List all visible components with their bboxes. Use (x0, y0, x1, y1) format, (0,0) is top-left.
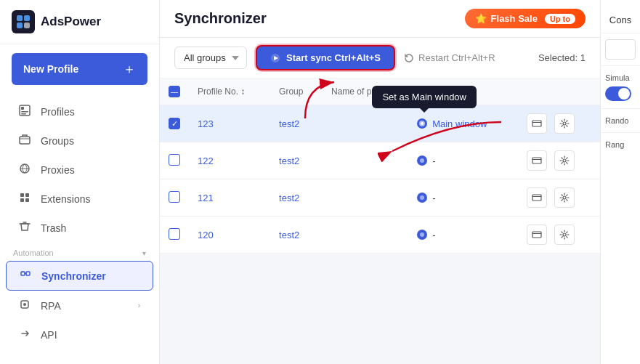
sidebar-item-extensions-label: Extensions (41, 193, 90, 205)
row-checkbox-1[interactable] (169, 118, 180, 129)
sidebar-item-profiles[interactable]: Profiles (6, 97, 153, 126)
right-panel-simula: Simula (601, 66, 640, 109)
sidebar-item-groups[interactable]: Groups (6, 126, 153, 155)
svg-rect-15 (26, 272, 30, 275)
restart-icon (404, 53, 414, 63)
window-icon-btn-3[interactable] (527, 187, 547, 208)
trash-icon (19, 221, 33, 235)
row-checkbox-2[interactable] (169, 154, 180, 166)
sidebar-item-groups-label: Groups (41, 135, 74, 147)
sidebar: AdsPower New Profile ＋ Profiles Groups P… (0, 0, 160, 364)
svg-rect-3 (24, 23, 30, 28)
cons-label: Cons (605, 15, 636, 25)
sync-play-icon (270, 53, 280, 63)
sidebar-item-api-label: API (41, 329, 57, 341)
simula-toggle[interactable] (605, 86, 631, 101)
start-sync-button[interactable]: Start sync Ctrl+Alt+S (256, 45, 395, 70)
window-icon-btn-4[interactable] (527, 225, 547, 245)
rpa-icon (19, 299, 33, 312)
svg-rect-6 (21, 111, 28, 113)
automation-label: Automation ▾ (13, 248, 146, 257)
svg-point-33 (563, 159, 566, 162)
simula-label: Simula (605, 73, 636, 82)
window-icon-btn[interactable] (527, 113, 547, 134)
logo-icon (12, 10, 35, 33)
table-row: 120 test2 - (160, 217, 600, 254)
sidebar-item-rpa[interactable]: RPA › (6, 291, 153, 320)
toggle-thumb (618, 88, 630, 100)
settings-icon-btn[interactable] (554, 113, 575, 134)
status-icon-3 (416, 192, 428, 203)
svg-point-30 (420, 158, 424, 163)
logo-area: AdsPower (0, 0, 159, 44)
flash-sale-badge[interactable]: ⭐ Flash Sale Up to (465, 9, 586, 28)
svg-rect-36 (532, 195, 541, 201)
th-group: Group (270, 78, 323, 105)
sidebar-item-synchronizer[interactable]: Synchronizer (6, 261, 153, 291)
new-profile-label: New Profile (23, 63, 78, 75)
main-content: Synchronizer ⭐ Flash Sale Up to All grou… (160, 0, 600, 364)
svg-rect-31 (532, 158, 541, 163)
svg-point-18 (23, 303, 26, 306)
right-panel-input (601, 33, 640, 66)
plus-icon: ＋ (123, 60, 136, 78)
status-icon-2 (416, 155, 428, 166)
sidebar-item-proxies[interactable]: Proxies (6, 155, 153, 184)
sidebar-item-api[interactable]: API (6, 320, 153, 349)
svg-rect-41 (532, 232, 541, 238)
settings-icon-btn-3[interactable] (554, 187, 575, 208)
svg-rect-13 (25, 198, 29, 202)
svg-point-43 (563, 233, 566, 236)
window-icon-btn-2[interactable] (527, 150, 547, 171)
svg-point-28 (563, 122, 566, 125)
sidebar-item-extensions[interactable]: Extensions (6, 185, 153, 213)
svg-rect-26 (532, 121, 541, 126)
api-icon (19, 328, 33, 341)
sidebar-item-profiles-label: Profiles (41, 106, 75, 118)
flash-sale-label: Flash Sale (491, 13, 538, 24)
row-name (323, 105, 408, 142)
row-profile-no: 123 (189, 105, 270, 142)
table-row: 123 test2 Main window (160, 105, 600, 142)
sidebar-item-trash-label: Trash (41, 222, 66, 234)
right-panel-text-input[interactable] (605, 39, 636, 60)
row-checkbox-4[interactable] (169, 228, 180, 240)
row-checkbox-cell (160, 105, 189, 142)
star-icon: ⭐ (475, 13, 487, 24)
svg-rect-16 (21, 272, 25, 272)
toolbar: All groups Start sync Ctrl+Alt+S Restart… (160, 38, 600, 78)
proxies-icon (19, 163, 33, 177)
new-profile-button[interactable]: New Profile ＋ (12, 53, 147, 85)
group-select[interactable]: All groups (174, 46, 247, 69)
table-row: 122 test2 - (160, 142, 600, 179)
header-checkbox[interactable] (169, 86, 180, 97)
status-text: Main window (432, 118, 487, 129)
restart-button[interactable]: Restart Ctrl+Alt+R (404, 52, 495, 63)
extensions-icon (19, 192, 33, 206)
th-profile-no: Profile No. ↕ (189, 78, 270, 105)
main-window-icon (416, 118, 428, 129)
rang-label: Rang (605, 140, 636, 149)
row-checkbox-3[interactable] (169, 191, 180, 203)
settings-icon-btn-2[interactable] (554, 150, 575, 171)
tooltip-label: Set as Main window (382, 92, 466, 102)
settings-icon-btn-4[interactable] (554, 225, 575, 245)
row-actions (518, 105, 600, 142)
logo-text: AdsPower (41, 15, 101, 29)
svg-point-38 (563, 196, 566, 199)
table-wrapper: Set as Main window (160, 78, 600, 364)
svg-point-35 (420, 195, 424, 200)
page-title: Synchronizer (174, 10, 267, 27)
sync-btn-label: Start sync Ctrl+Alt+S (286, 52, 381, 63)
right-panel-cons: Cons (601, 7, 640, 33)
sidebar-item-trash[interactable]: Trash (6, 214, 153, 242)
svg-rect-5 (21, 107, 24, 110)
th-checkbox (160, 78, 189, 105)
svg-rect-12 (20, 198, 24, 202)
svg-rect-1 (24, 15, 30, 21)
restart-btn-label: Restart Ctrl+Alt+R (418, 52, 495, 63)
groups-icon (19, 134, 33, 147)
svg-point-25 (421, 122, 424, 125)
chevron-down-icon: ▾ (142, 249, 146, 257)
svg-rect-11 (25, 193, 29, 197)
